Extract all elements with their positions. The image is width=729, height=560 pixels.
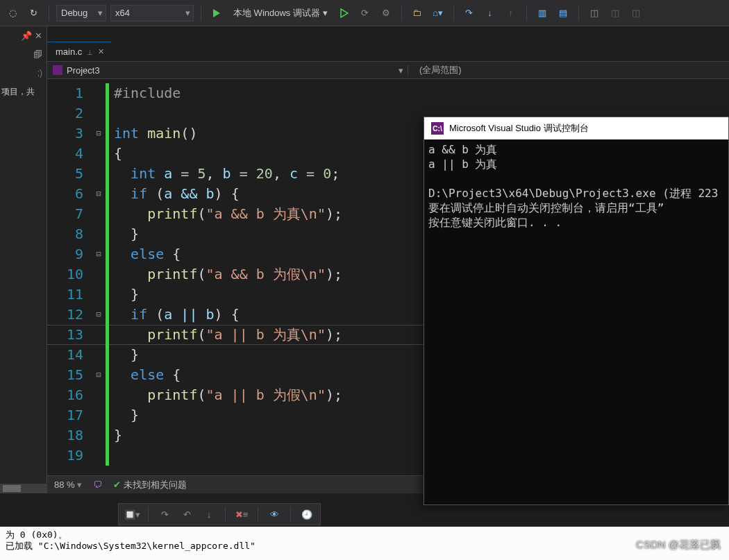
output-line: 已加载 "C:\Windows\System32\kernel_appcore.… [6, 541, 723, 552]
solution-explorer-collapsed: 📌 ✕ 🗐 ;) 项目，共 [0, 26, 47, 484]
tab-main-c[interactable]: main.c ⟂ ✕ [47, 42, 111, 61]
debug-console-window: C:\ Microsoft Visual Studio 调试控制台 a && b… [424, 117, 729, 505]
tab-label: main.c [56, 46, 82, 57]
config-select[interactable]: Debug [56, 5, 106, 22]
fold-column[interactable]: ⊟⊟⊟⊟⊟ [92, 79, 106, 466]
start-debug-button[interactable]: 本地 Windows 调试器 ▾ [229, 5, 332, 22]
code-content[interactable]: #include int main(){ int a = 5, b = 20, … [114, 79, 342, 466]
layout1-icon[interactable]: ▥ [534, 5, 551, 22]
platform-select[interactable]: x64 [110, 5, 194, 22]
project-icon [53, 65, 62, 75]
symbol-scope-select[interactable]: (全局范围) [408, 64, 473, 76]
output-line: 为 0 (0x0)。 [6, 529, 723, 541]
change-indicator [106, 83, 109, 466]
project-scope-select[interactable]: Project3 [47, 65, 408, 76]
close-icon[interactable]: ✕ [35, 31, 42, 41]
console-title-text: Microsoft Visual Studio 调试控制台 [449, 122, 589, 135]
folder-icon[interactable]: 🗀 [409, 5, 426, 22]
watermark: CSDN @花落已飘 [636, 538, 721, 552]
layout2-icon[interactable]: ▤ [555, 5, 571, 22]
window3-icon[interactable]: ◫ [628, 5, 644, 22]
left-panel-hint: 项目，共 [0, 82, 47, 102]
console-titlebar[interactable]: C:\ Microsoft Visual Studio 调试控制台 [424, 117, 728, 139]
step-icon[interactable]: ↷ [156, 506, 174, 523]
window2-icon[interactable]: ◫ [607, 5, 623, 22]
breakpoint-del-icon[interactable]: ✖≡ [233, 506, 251, 523]
fwd-icon[interactable]: ↻ [25, 5, 42, 22]
close-icon[interactable]: ✕ [98, 47, 104, 56]
scope-bar: Project3 (全局范围) [47, 61, 729, 79]
clock-icon[interactable]: 🕘 [298, 506, 316, 523]
h-scrollbar[interactable] [0, 484, 47, 493]
watch-icon[interactable]: 👁 [265, 506, 283, 523]
step-into-icon[interactable]: ↓ [482, 5, 498, 22]
refresh-icon[interactable]: ⟳ [357, 5, 374, 22]
issues-label: 未找到相关问题 [124, 480, 187, 490]
gear-icon[interactable]: ⚙ [378, 5, 394, 22]
play-icon[interactable] [208, 5, 225, 22]
play-nodbg-icon[interactable] [336, 5, 353, 22]
main-toolbar: ◌ ↻ Debug x64 本地 Windows 调试器 ▾ ⟳ ⚙ 🗀 ⌂▾ … [0, 0, 729, 26]
pin-icon[interactable]: 📌 [21, 31, 32, 41]
step3-icon[interactable]: ↓ [200, 506, 218, 523]
feedback-icon[interactable]: 🗩 [93, 480, 102, 490]
vs-icon: C:\ [431, 122, 444, 135]
back-icon[interactable]: ◌ [4, 5, 21, 22]
step2-icon[interactable]: ↶ [178, 506, 196, 523]
line-numbers: 12345678910111213141516171819 [47, 79, 92, 466]
pin-icon[interactable]: ⟂ [87, 48, 92, 56]
step-out-icon[interactable]: ↑ [503, 5, 519, 22]
console-output[interactable]: a && b 为真 a || b 为真 D:\Project3\x64\Debu… [424, 139, 728, 504]
zoom-select[interactable]: 88 % [54, 480, 82, 490]
step-over-icon[interactable]: ↷ [461, 5, 478, 22]
file-tabs: main.c ⟂ ✕ [47, 40, 111, 61]
debug-toolbar: 🔲▾ ↷ ↶ ↓ ✖≡ 👁 🕘 [118, 503, 321, 525]
output-pane[interactable]: 为 0 (0x0)。 已加载 "C:\Windows\System32\kern… [0, 527, 729, 560]
process-icon[interactable]: 🔲▾ [123, 506, 141, 523]
check-icon: ✔ [113, 480, 121, 490]
stack-icon[interactable]: 🗐 [0, 45, 47, 64]
window1-icon[interactable]: ◫ [586, 5, 603, 22]
home-icon[interactable]: ⌂▾ [430, 5, 446, 22]
